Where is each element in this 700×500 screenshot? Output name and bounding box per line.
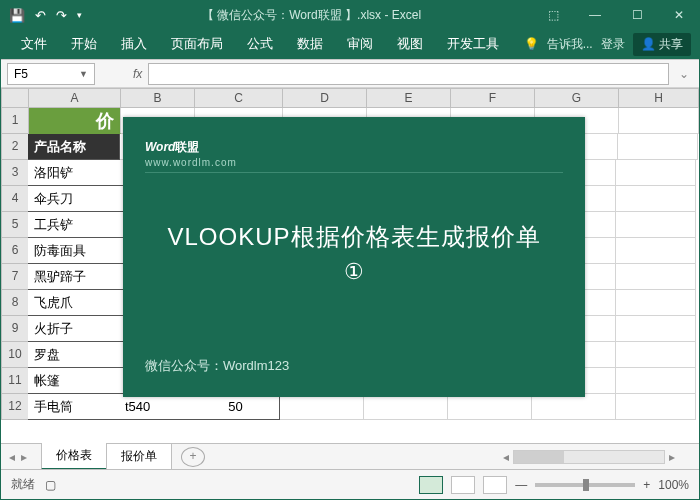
formula-input[interactable] [148, 63, 669, 85]
row-header[interactable]: 8 [1, 290, 29, 316]
cell[interactable] [364, 394, 448, 420]
cell[interactable] [616, 290, 696, 316]
expand-bar-icon[interactable]: ⌄ [675, 67, 693, 81]
add-sheet-button[interactable]: + [181, 447, 205, 467]
zoom-out-icon[interactable]: ― [515, 478, 527, 492]
cell[interactable]: 帐篷 [28, 368, 120, 394]
cell[interactable] [616, 212, 696, 238]
redo-icon[interactable]: ↷ [56, 8, 67, 23]
share-button[interactable]: 👤 共享 [633, 33, 691, 56]
minimize-icon[interactable]: ― [575, 1, 615, 29]
row-header[interactable]: 9 [1, 316, 29, 342]
cell[interactable]: 50 [192, 394, 280, 420]
tell-me[interactable]: 告诉我... [547, 36, 593, 53]
select-all-corner[interactable] [1, 88, 29, 108]
cell[interactable]: 飞虎爪 [28, 290, 120, 316]
cell[interactable]: 黑驴蹄子 [28, 264, 120, 290]
sheet-tab-active[interactable]: 价格表 [41, 443, 107, 470]
overlay-logo: Word联盟 [145, 131, 563, 157]
next-sheet-icon[interactable]: ▸ [21, 450, 27, 464]
scroll-right-icon[interactable]: ▸ [665, 450, 679, 464]
row-header[interactable]: 2 [1, 134, 29, 160]
row-header[interactable]: 11 [1, 368, 29, 394]
scroll-left-icon[interactable]: ◂ [499, 450, 513, 464]
col-header[interactable]: E [367, 88, 451, 108]
tab-layout[interactable]: 页面布局 [159, 29, 235, 59]
cell[interactable] [448, 394, 532, 420]
col-header[interactable]: G [535, 88, 619, 108]
record-macro-icon[interactable]: ▢ [45, 478, 56, 492]
row-header[interactable]: 6 [1, 238, 29, 264]
close-icon[interactable]: ✕ [659, 1, 699, 29]
cell[interactable] [280, 394, 364, 420]
zoom-slider[interactable] [535, 483, 635, 487]
maximize-icon[interactable]: ☐ [617, 1, 657, 29]
fx-icon[interactable]: fx [133, 67, 142, 81]
col-header[interactable]: D [283, 88, 367, 108]
chevron-down-icon[interactable]: ▼ [79, 69, 88, 79]
cell[interactable]: 洛阳铲 [28, 160, 120, 186]
cell[interactable]: 火折子 [28, 316, 120, 342]
cell[interactable]: 伞兵刀 [28, 186, 120, 212]
cell[interactable]: 工兵铲 [28, 212, 120, 238]
tab-home[interactable]: 开始 [59, 29, 109, 59]
cell[interactable]: t540 [119, 394, 193, 420]
window-title: 【 微信公众号：Word联盟 】.xlsx - Excel [90, 7, 533, 24]
col-header-name[interactable]: 产品名称 [28, 134, 120, 160]
prev-sheet-icon[interactable]: ◂ [9, 450, 15, 464]
cell[interactable]: 防毒面具 [28, 238, 120, 264]
cell[interactable] [616, 264, 696, 290]
row-header[interactable]: 12 [1, 394, 29, 420]
status-bar: 就绪 ▢ ― + 100% [1, 469, 699, 499]
col-header[interactable]: A [29, 88, 121, 108]
tab-dev[interactable]: 开发工具 [435, 29, 511, 59]
sheet-tab[interactable]: 报价单 [106, 444, 172, 470]
cell[interactable] [616, 342, 696, 368]
col-header[interactable]: C [195, 88, 283, 108]
row-header[interactable]: 5 [1, 212, 29, 238]
col-header[interactable]: B [121, 88, 195, 108]
view-page-icon[interactable] [451, 476, 475, 494]
cell[interactable]: 罗盘 [28, 342, 120, 368]
scroll-thumb[interactable] [514, 451, 564, 463]
tab-file[interactable]: 文件 [9, 29, 59, 59]
tab-data[interactable]: 数据 [285, 29, 335, 59]
row-header[interactable]: 4 [1, 186, 29, 212]
name-box[interactable]: F5 ▼ [7, 63, 95, 85]
zoom-in-icon[interactable]: + [643, 478, 650, 492]
row-header[interactable]: 10 [1, 342, 29, 368]
row-header[interactable]: 7 [1, 264, 29, 290]
cell[interactable]: 手电筒 [28, 394, 120, 420]
cell[interactable] [616, 160, 696, 186]
cell[interactable] [616, 186, 696, 212]
col-header[interactable]: H [619, 88, 699, 108]
tab-review[interactable]: 审阅 [335, 29, 385, 59]
cell[interactable] [616, 238, 696, 264]
overlay-number: ① [145, 259, 563, 285]
cell[interactable] [618, 134, 698, 160]
login-button[interactable]: 登录 [601, 36, 625, 53]
tab-formula[interactable]: 公式 [235, 29, 285, 59]
formula-bar-row: F5 ▼ ✕ ✓ fx ⌄ [1, 60, 699, 88]
col-header[interactable]: F [451, 88, 535, 108]
tab-view[interactable]: 视图 [385, 29, 435, 59]
h-scrollbar[interactable]: ◂ ▸ [499, 449, 699, 465]
cell[interactable] [619, 108, 699, 134]
titlebar: 💾 ↶ ↷ ▾ 【 微信公众号：Word联盟 】.xlsx - Excel ⬚ … [1, 1, 699, 29]
qat-dropdown-icon[interactable]: ▾ [77, 10, 82, 20]
undo-icon[interactable]: ↶ [35, 8, 46, 23]
view-break-icon[interactable] [483, 476, 507, 494]
row-header[interactable]: 3 [1, 160, 29, 186]
cell[interactable] [616, 316, 696, 342]
cell[interactable] [616, 368, 696, 394]
cell[interactable] [532, 394, 616, 420]
cell[interactable] [616, 394, 696, 420]
view-normal-icon[interactable] [419, 476, 443, 494]
tab-insert[interactable]: 插入 [109, 29, 159, 59]
overlay-title: VLOOKUP根据价格表生成报价单 [145, 221, 563, 253]
table-title[interactable]: 价 [29, 108, 121, 134]
zoom-level[interactable]: 100% [658, 478, 689, 492]
ribbon-options-icon[interactable]: ⬚ [533, 1, 573, 29]
save-icon[interactable]: 💾 [9, 8, 25, 23]
row-header[interactable]: 1 [1, 108, 29, 134]
